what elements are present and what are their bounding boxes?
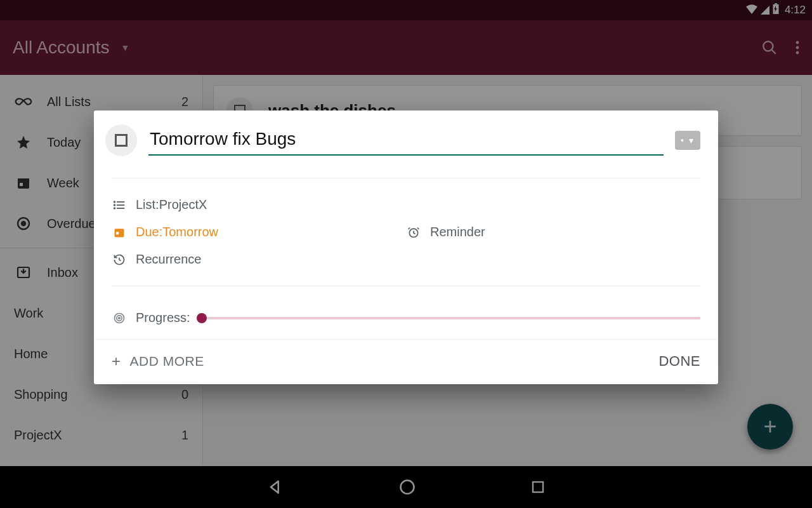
recurrence-field-label: Recurrence [136,252,201,267]
progress-slider-thumb[interactable] [197,313,207,323]
svg-point-26 [119,317,121,319]
history-icon [112,253,127,266]
done-label: DONE [658,353,700,369]
priority-indicator[interactable]: • ▾ [675,131,700,150]
done-button[interactable]: DONE [658,353,700,370]
due-field[interactable]: Due: Tomorrow [112,218,406,246]
plus-icon: + [112,352,121,370]
recurrence-field[interactable]: Recurrence [112,246,700,273]
svg-point-19 [114,204,115,206]
svg-rect-21 [115,229,124,237]
add-more-label: ADD MORE [130,354,204,369]
svg-point-20 [114,208,115,209]
list-icon [112,200,127,210]
list-field[interactable]: List: ProjectX [112,191,700,218]
calendar-icon [112,226,127,239]
due-field-prefix: Due: [136,225,162,239]
svg-point-18 [114,201,115,203]
list-field-prefix: List: [136,197,159,212]
due-field-value: Tomorrow [162,225,218,239]
add-more-button[interactable]: + ADD MORE [112,352,204,370]
dialog-task-checkbox[interactable] [105,124,137,156]
task-edit-dialog: • ▾ List: ProjectX [94,110,718,384]
list-field-value: ProjectX [159,197,207,212]
target-icon [112,312,127,324]
progress-field: Progress: [112,299,700,339]
progress-label: Progress: [136,311,190,325]
modal-overlay[interactable]: • ▾ List: ProjectX [0,0,812,508]
reminder-field-label: Reminder [430,225,485,239]
dialog-divider [112,178,700,178]
dialog-divider [112,286,700,286]
task-title-input[interactable] [148,125,664,156]
reminder-field[interactable]: Reminder [406,218,700,246]
svg-rect-22 [116,232,119,234]
alarm-icon [406,226,421,239]
progress-slider[interactable] [202,317,700,319]
